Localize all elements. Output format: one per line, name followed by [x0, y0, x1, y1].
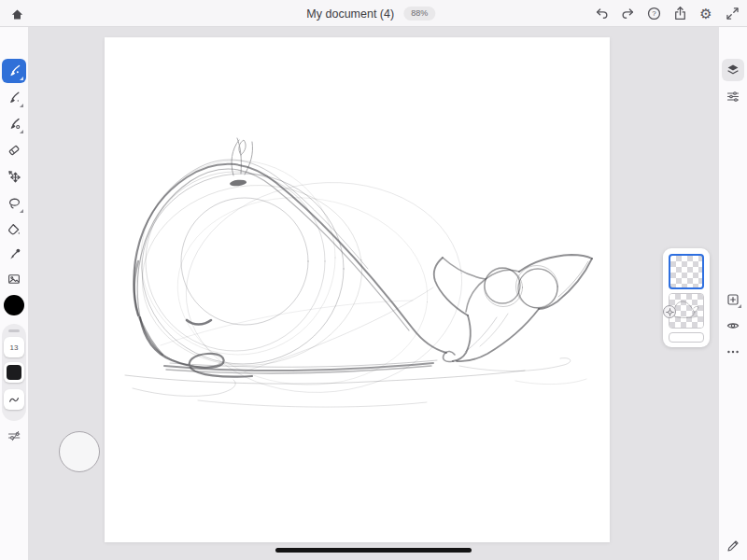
settings-gear-icon[interactable]: ⚙ — [698, 6, 714, 22]
panels-sidebar — [719, 27, 747, 560]
tool-options-indicator — [20, 130, 23, 133]
tool-options-indicator — [20, 77, 23, 80]
live-brush-tool[interactable] — [2, 86, 26, 110]
eyedropper-tool[interactable] — [2, 243, 26, 267]
fullscreen-icon[interactable] — [724, 6, 740, 22]
place-image-tool[interactable] — [2, 267, 26, 291]
brush-settings-button[interactable] — [5, 427, 23, 445]
lasso-select-tool[interactable] — [2, 191, 26, 216]
home-icon[interactable] — [8, 6, 25, 22]
zoom-level-badge[interactable]: 88% — [403, 7, 435, 21]
document-title: My document (4) — [306, 7, 394, 21]
layer-properties-button[interactable] — [722, 85, 744, 107]
redo-icon[interactable] — [619, 6, 636, 22]
svg-text:?: ? — [652, 9, 656, 18]
layer-more-button[interactable] — [722, 341, 744, 363]
pencil-settings-button[interactable] — [722, 535, 744, 557]
move-transform-tool[interactable] — [2, 164, 26, 189]
selected-color-chip — [7, 365, 21, 380]
layers-icon — [726, 63, 740, 77]
eraser-tool[interactable] — [2, 138, 26, 162]
layers-panel — [663, 248, 710, 347]
help-icon[interactable]: ? — [645, 6, 662, 22]
paint-fill-tool[interactable] — [2, 217, 26, 242]
wave-icon — [7, 393, 21, 406]
button-options-indicator — [738, 304, 741, 308]
gear-badge-icon — [666, 308, 674, 316]
layers-button[interactable] — [722, 59, 744, 81]
layer-thumbnail-sketch[interactable] — [669, 293, 704, 329]
tool-options-indicator — [20, 104, 23, 107]
more-ellipsis-icon — [726, 344, 740, 359]
pixel-brush-tool[interactable] — [2, 59, 26, 83]
smoothing-box[interactable] — [4, 389, 24, 410]
tools-sidebar: 13 — [0, 27, 28, 560]
home-indicator-bar[interactable] — [275, 548, 472, 553]
sliders-pencil-icon — [7, 428, 21, 443]
color-well[interactable] — [4, 362, 24, 383]
whale-sketch — [105, 37, 610, 542]
layer-properties-icon — [726, 89, 740, 104]
layer-thumbnail-selected[interactable] — [669, 254, 704, 289]
brush-size-box[interactable]: 13 — [4, 337, 24, 357]
layer-visibility-button[interactable] — [722, 315, 744, 337]
drawing-canvas[interactable] — [105, 37, 610, 542]
top-bar: My document (4) 88% ? ⚙ — [0, 0, 747, 27]
touch-shortcut-button[interactable] — [59, 431, 100, 472]
color-picker-puck[interactable] — [4, 295, 24, 315]
share-icon[interactable] — [671, 6, 688, 22]
panel-drag-handle[interactable] — [8, 329, 20, 332]
add-layer-button[interactable] — [722, 288, 744, 311]
pencil-icon — [726, 539, 740, 553]
brush-size-value: 13 — [10, 343, 19, 352]
undo-icon[interactable] — [593, 6, 610, 22]
tool-options-indicator — [20, 209, 23, 213]
vector-brush-tool[interactable] — [2, 112, 26, 136]
visibility-eye-icon — [726, 318, 740, 333]
background-layer-thumbnail[interactable] — [669, 332, 704, 343]
layer-actions-badge[interactable] — [663, 305, 676, 318]
quick-settings-panel: 13 — [2, 324, 26, 421]
